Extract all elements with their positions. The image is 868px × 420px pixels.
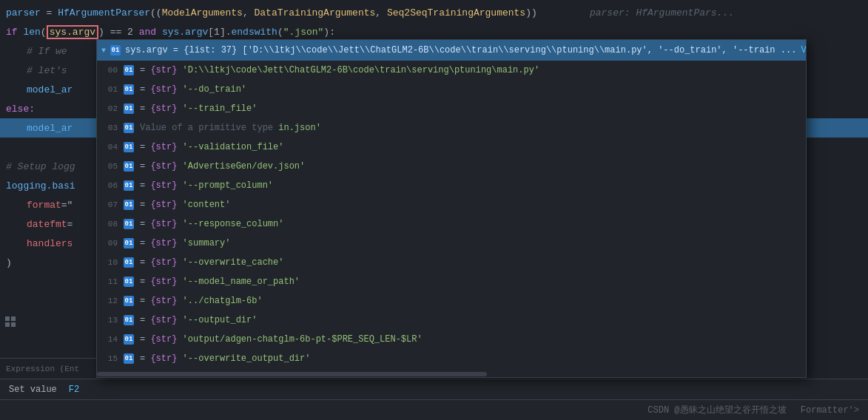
list-item[interactable]: 04 01 = {str} '--validation_file' xyxy=(97,138,806,157)
list-item[interactable]: 00 01 = {str} 'D:\\ltkj\code\Jett\ChatGL… xyxy=(97,61,806,80)
view-link[interactable]: View xyxy=(801,45,806,55)
list-item[interactable]: 15 01 = {str} '--overwrite_output_dir' xyxy=(97,349,806,368)
set-value-bar: Set value F2 xyxy=(0,379,868,399)
scrollbar-thumb[interactable] xyxy=(97,372,487,376)
list-item-03[interactable]: 03 01 Value of a primitive type in.json' xyxy=(97,118,806,138)
grid-icon xyxy=(4,316,16,331)
dropdown-header-text: sys.argv = {list: 37} ['D:\\ltkj\\code\\… xyxy=(125,45,796,55)
f2-key-label[interactable]: F2 xyxy=(69,385,79,395)
list-item[interactable]: 02 01 = {str} '--train_file' xyxy=(97,99,806,118)
code-token: parser xyxy=(6,7,41,18)
svg-rect-0 xyxy=(5,316,10,321)
status-right: CSDN @愚昧之山绝望之谷开悟之坡 Formatter'> xyxy=(647,404,859,416)
list-item[interactable]: 12 01 = {str} '../chatglm-6b' xyxy=(97,291,806,311)
dropdown-list[interactable]: 00 01 = {str} 'D:\\ltkj\code\Jett\ChatGL… xyxy=(97,61,806,371)
list-item[interactable]: 01 01 = {str} '--do_train' xyxy=(97,80,806,99)
list-item[interactable]: 05 01 = {str} 'AdvertiseGen/dev.json' xyxy=(97,157,806,176)
dropdown-scrollbar-horizontal[interactable] xyxy=(97,371,806,377)
status-bar: CSDN @愚昧之山绝望之谷开悟之坡 Formatter'> xyxy=(0,399,868,420)
svg-rect-3 xyxy=(11,322,16,327)
dropdown-collapse-arrow[interactable]: ▼ xyxy=(101,47,106,55)
code-line-1: parser = HfArgumentParser (( ModelArgume… xyxy=(0,3,868,22)
list-item[interactable]: 11 01 = {str} '--model_name_or_path' xyxy=(97,272,806,291)
dropdown-header: ▼ 01 sys.argv = {list: 37} ['D:\\ltkj\\c… xyxy=(97,40,806,61)
header-type-badge: 01 xyxy=(110,45,121,55)
editor-background: parser = HfArgumentParser (( ModelArgume… xyxy=(0,0,868,420)
list-item[interactable]: 14 01 = {str} 'output/adgen-chatglm-6b-p… xyxy=(97,330,806,349)
list-item[interactable]: 13 01 = {str} '--output_dir' xyxy=(97,311,806,330)
list-item[interactable]: 09 01 = {str} 'summary' xyxy=(97,234,806,253)
dropdown-panel[interactable]: ▼ 01 sys.argv = {list: 37} ['D:\\ltkj\\c… xyxy=(96,39,807,378)
highlighted-var: sys.argv xyxy=(47,25,98,39)
list-item[interactable]: 08 01 = {str} '--response_column' xyxy=(97,214,806,234)
list-item[interactable]: 07 01 = {str} 'content' xyxy=(97,195,806,214)
csdn-watermark: CSDN @愚昧之山绝望之谷开悟之坡 xyxy=(647,405,786,416)
list-item[interactable]: 06 01 = {str} '--prompt_column' xyxy=(97,176,806,195)
formatter-label: Formatter'> xyxy=(801,405,859,416)
list-item[interactable]: 10 01 = {str} '--overwrite_cache' xyxy=(97,253,806,272)
svg-rect-2 xyxy=(5,322,10,327)
svg-rect-1 xyxy=(11,316,16,321)
expression-bar: Expression (Ent xyxy=(0,358,96,379)
expression-label: Expression (Ent xyxy=(6,365,79,373)
set-value-button[interactable]: Set value xyxy=(9,385,57,395)
